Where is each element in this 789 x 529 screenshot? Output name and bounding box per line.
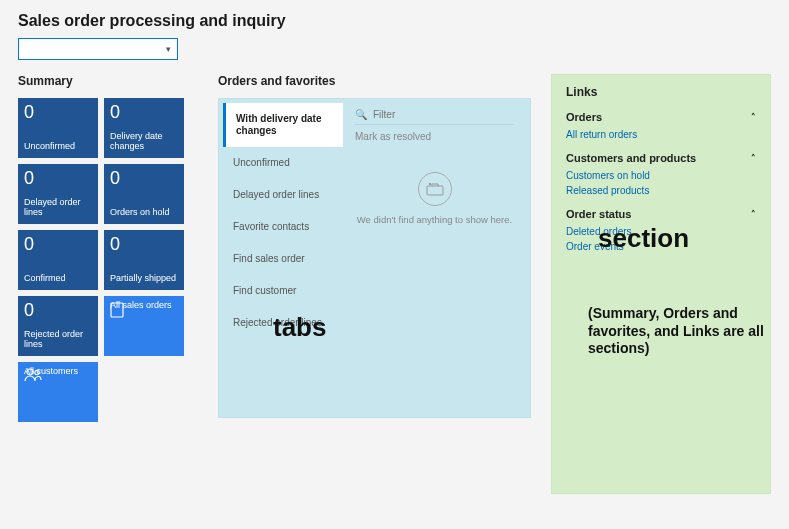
tab-favorite-contacts[interactable]: Favorite contacts: [223, 211, 343, 243]
svg-rect-3: [427, 186, 443, 195]
empty-icon: [418, 172, 452, 206]
link-deleted-orders[interactable]: Deleted orders: [566, 226, 756, 237]
tile-count: 0: [110, 235, 178, 253]
tile-unconfirmed[interactable]: 0 Unconfirmed: [18, 98, 98, 158]
tile-all-sales-orders[interactable]: All sales orders: [104, 296, 184, 356]
empty-state: We didn't find anything to show here.: [355, 172, 514, 225]
link-customers-on-hold[interactable]: Customers on hold: [566, 170, 756, 181]
link-order-events[interactable]: Order events: [566, 241, 756, 252]
empty-text: We didn't find anything to show here.: [357, 214, 512, 225]
search-icon: 🔍: [355, 109, 367, 120]
tab-find-sales-order[interactable]: Find sales order: [223, 243, 343, 275]
tile-count: 0: [24, 169, 92, 187]
tile-delivery-date-changes[interactable]: 0 Delivery date changes: [104, 98, 184, 158]
tile-partially-shipped[interactable]: 0 Partially shipped: [104, 230, 184, 290]
svg-point-2: [35, 370, 39, 374]
tile-rejected-order-lines[interactable]: 0 Rejected order lines: [18, 296, 98, 356]
tab-rejected-order-lines[interactable]: Rejected order lines: [223, 307, 343, 339]
link-group-order-status[interactable]: Order status ˄: [566, 208, 756, 220]
mark-as-resolved[interactable]: Mark as resolved: [355, 131, 514, 142]
tile-count: 0: [24, 235, 92, 253]
links-section: Links Orders ˄ All return orders Custome…: [551, 74, 771, 494]
tile-count: 0: [24, 103, 92, 121]
people-icon: [24, 368, 42, 384]
tile-orders-on-hold[interactable]: 0 Orders on hold: [104, 164, 184, 224]
tile-all-customers[interactable]: All customers: [18, 362, 98, 422]
tile-label: Orders on hold: [110, 208, 178, 218]
tile-label: Confirmed: [24, 274, 92, 284]
link-group-label: Order status: [566, 208, 631, 220]
orders-title: Orders and favorites: [218, 74, 531, 88]
tile-label: Delivery date changes: [110, 132, 178, 152]
link-released-products[interactable]: Released products: [566, 185, 756, 196]
tile-label: Unconfirmed: [24, 142, 92, 152]
chevron-up-icon: ˄: [751, 209, 756, 219]
tile-label: Partially shipped: [110, 274, 178, 284]
summary-title: Summary: [18, 74, 198, 88]
chevron-up-icon: ˄: [751, 153, 756, 163]
tab-delayed-order-lines[interactable]: Delayed order lines: [223, 179, 343, 211]
tile-count: 0: [110, 169, 178, 187]
tile-count: 0: [110, 103, 178, 121]
link-group-label: Orders: [566, 111, 602, 123]
orders-favorites-section: Orders and favorites With delivery date …: [218, 74, 531, 494]
page-icon: [110, 302, 124, 320]
tile-label: Rejected order lines: [24, 330, 92, 350]
chevron-down-icon: ▾: [166, 44, 171, 54]
tile-confirmed[interactable]: 0 Confirmed: [18, 230, 98, 290]
summary-section: Summary 0 Unconfirmed 0 Delivery date ch…: [18, 74, 198, 494]
tile-label: Delayed order lines: [24, 198, 92, 218]
tile-delayed-order-lines[interactable]: 0 Delayed order lines: [18, 164, 98, 224]
link-group-label: Customers and products: [566, 152, 696, 164]
page-title: Sales order processing and inquiry: [18, 12, 771, 30]
tab-with-delivery-date-changes[interactable]: With delivery date changes: [223, 103, 343, 147]
tab-unconfirmed[interactable]: Unconfirmed: [223, 147, 343, 179]
orders-tabs: With delivery date changes Unconfirmed D…: [223, 103, 343, 413]
link-all-return-orders[interactable]: All return orders: [566, 129, 756, 140]
link-group-customers-products[interactable]: Customers and products ˄: [566, 152, 756, 164]
links-title: Links: [566, 85, 756, 99]
link-group-orders[interactable]: Orders ˄: [566, 111, 756, 123]
chevron-up-icon: ˄: [751, 112, 756, 122]
svg-rect-0: [111, 303, 123, 317]
workspace-dropdown[interactable]: ▾: [18, 38, 178, 60]
svg-point-1: [27, 369, 33, 375]
tab-content: 🔍 Mark as resolved We didn't find anythi…: [343, 103, 526, 413]
tile-count: 0: [24, 301, 92, 319]
tab-find-customer[interactable]: Find customer: [223, 275, 343, 307]
filter-input[interactable]: [373, 109, 514, 120]
